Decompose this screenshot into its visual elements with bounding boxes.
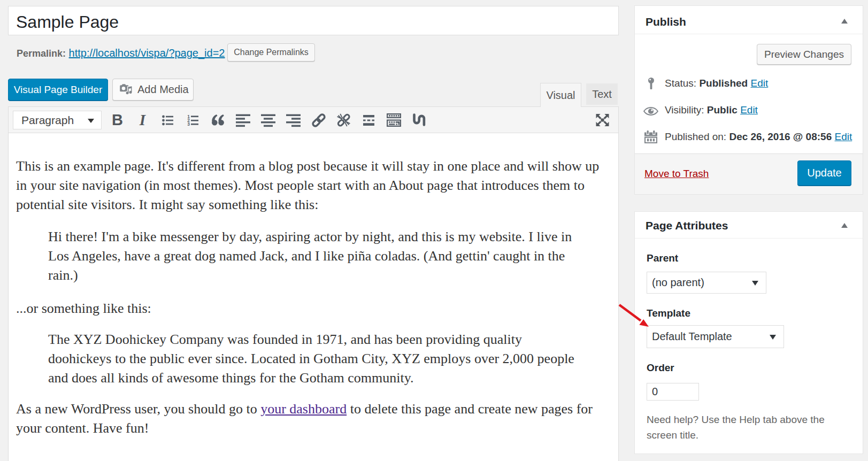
svg-text:3: 3 [187, 121, 190, 126]
